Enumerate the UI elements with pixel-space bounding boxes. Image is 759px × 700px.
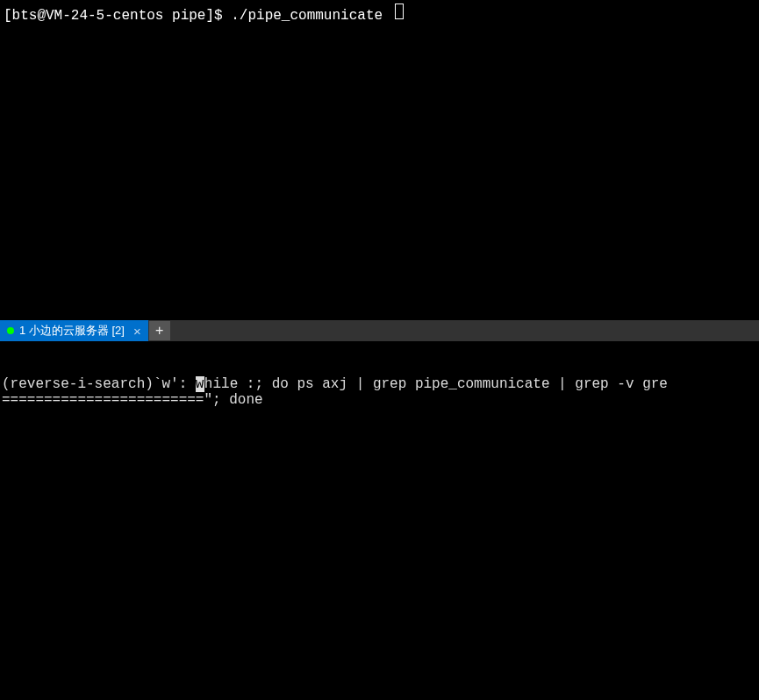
tab-label: 1 小边的云服务器 [2] <box>19 323 125 339</box>
plus-icon: + <box>155 323 163 339</box>
new-tab-button[interactable]: + <box>149 321 170 340</box>
reverse-search-line2: ========================"; done <box>2 392 757 408</box>
shell-prompt: [bts@VM-24-5-centos pipe]$ <box>4 8 231 24</box>
reverse-search-rest: hile :; do ps axj | grep pipe_communicat… <box>204 376 668 392</box>
status-dot-icon <box>7 327 14 334</box>
terminal-pane-bottom[interactable]: (reverse-i-search)`w': while :; do ps ax… <box>0 341 759 700</box>
cursor-inverted-icon: w <box>196 376 204 392</box>
entered-command: ./pipe_communicate <box>231 8 390 24</box>
terminal-pane-top[interactable]: [bts@VM-24-5-centos pipe]$ ./pipe_commun… <box>0 0 759 320</box>
tab-active-session[interactable]: 1 小边的云服务器 [2] × <box>0 320 148 341</box>
reverse-search-prefix: (reverse-i-search)`w': <box>2 376 196 392</box>
cursor-icon <box>395 4 404 19</box>
close-icon[interactable]: × <box>133 324 141 339</box>
reverse-search-line: (reverse-i-search)`w': while :; do ps ax… <box>2 376 757 392</box>
tab-bar: 1 小边的云服务器 [2] × + <box>0 320 759 341</box>
prompt-line: [bts@VM-24-5-centos pipe]$ ./pipe_commun… <box>4 4 755 24</box>
